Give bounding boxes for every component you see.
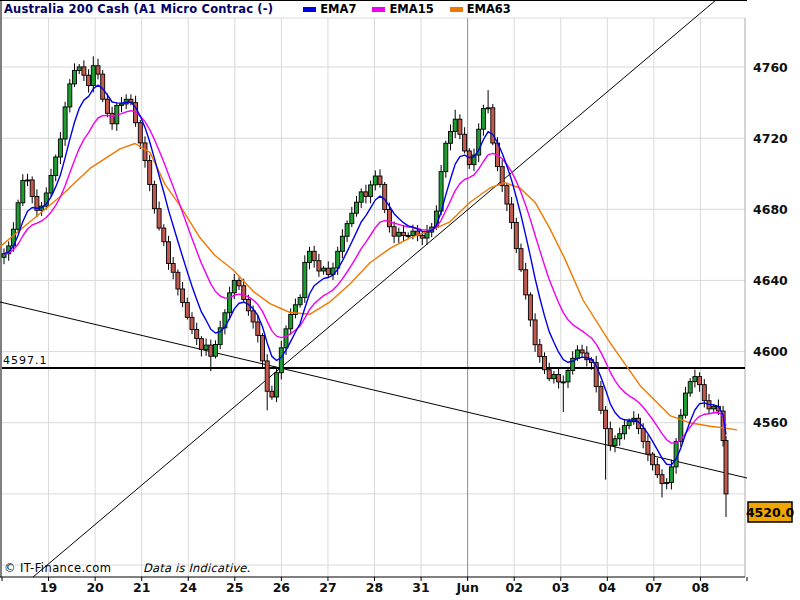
last-price-label: 4520.0	[746, 505, 795, 520]
candle	[63, 107, 67, 139]
x-axis-label: 03	[552, 580, 569, 595]
candle	[303, 262, 307, 297]
candle	[289, 315, 293, 329]
candle	[270, 391, 274, 397]
candle	[345, 224, 349, 237]
candle	[397, 232, 401, 236]
candle	[54, 157, 58, 175]
candle	[486, 108, 490, 109]
candle	[655, 465, 659, 475]
candle	[604, 410, 608, 428]
copyright-text: © IT-Finance.com	[4, 561, 111, 575]
footnote: © IT-Finance.com Data is Indicative.	[4, 561, 250, 575]
candle	[96, 66, 100, 74]
candle	[510, 204, 514, 222]
y-axis-label: 4560	[753, 415, 788, 430]
candle	[608, 429, 612, 446]
candle	[392, 227, 396, 236]
chart-window: 4597.14760472046804640460045601920212425…	[0, 0, 800, 600]
candle	[387, 209, 391, 226]
candle	[557, 375, 561, 382]
candle	[524, 270, 528, 295]
candle	[618, 434, 622, 439]
candle	[209, 345, 213, 356]
candle	[214, 344, 218, 356]
candle	[167, 242, 171, 264]
candle	[30, 180, 34, 196]
candle	[613, 439, 617, 446]
chart-title: Australia 200 Cash (A1 Micro Contrac (-)	[4, 2, 273, 16]
candle	[359, 192, 363, 202]
x-axis-label: 31	[412, 580, 429, 595]
candle	[298, 297, 302, 304]
candle	[190, 317, 194, 329]
candle	[157, 209, 161, 228]
candle	[688, 382, 692, 393]
legend-swatch-icon	[372, 7, 385, 12]
candle	[575, 350, 579, 358]
candle	[373, 176, 377, 185]
candle	[364, 192, 368, 197]
candle	[533, 320, 537, 345]
y-axis-label: 4760	[753, 60, 788, 75]
candle	[665, 483, 669, 484]
candle	[684, 393, 688, 415]
candle	[204, 345, 208, 349]
candle	[599, 386, 603, 410]
candle	[627, 422, 631, 426]
candle	[101, 74, 105, 99]
candle	[308, 251, 312, 262]
chart-background[interactable]	[0, 0, 800, 600]
candle	[646, 441, 650, 454]
chart-legend: EMA7EMA15EMA63	[287, 2, 511, 16]
candle	[242, 286, 246, 300]
candle	[406, 235, 410, 236]
candle	[181, 289, 185, 302]
candle	[91, 66, 95, 86]
x-axis-label: 07	[645, 580, 662, 595]
candle	[49, 176, 53, 193]
price-chart[interactable]: 4597.14760472046804640460045601920212425…	[0, 0, 800, 600]
legend-label: EMA63	[467, 2, 511, 16]
candle	[712, 406, 716, 409]
candle	[444, 143, 448, 171]
candle	[73, 70, 77, 83]
candle	[724, 441, 728, 494]
candle	[420, 235, 424, 238]
x-axis-label: 21	[133, 580, 150, 595]
x-axis-label: 04	[599, 580, 617, 595]
x-axis-label: 26	[273, 580, 291, 595]
candle	[698, 377, 702, 385]
candle	[82, 67, 86, 75]
candle	[195, 330, 199, 339]
y-axis-label: 4600	[753, 344, 788, 359]
candle	[514, 223, 518, 249]
x-axis-label: 27	[319, 580, 336, 595]
x-axis-label: Jun	[455, 580, 478, 595]
y-axis-label: 4720	[753, 131, 788, 146]
candle	[185, 302, 189, 317]
candle	[355, 202, 359, 213]
candle	[284, 329, 288, 348]
candle	[120, 104, 124, 105]
candle	[350, 213, 354, 223]
candle	[26, 180, 30, 181]
x-axis-label: 28	[366, 580, 383, 595]
candle	[152, 185, 156, 209]
candle	[702, 385, 706, 401]
candle	[138, 123, 142, 143]
candle	[256, 322, 260, 335]
candle	[528, 295, 532, 320]
legend-label: EMA7	[320, 2, 356, 16]
candle	[481, 109, 485, 130]
candle	[425, 232, 429, 238]
candle	[199, 339, 203, 350]
candle	[317, 261, 321, 271]
candle	[237, 280, 241, 285]
candle	[232, 280, 236, 292]
indicative-note: Data is Indicative.	[143, 561, 251, 575]
candle	[453, 119, 457, 131]
candle	[519, 249, 523, 270]
x-axis-label: 02	[505, 580, 522, 595]
candle	[261, 335, 265, 361]
